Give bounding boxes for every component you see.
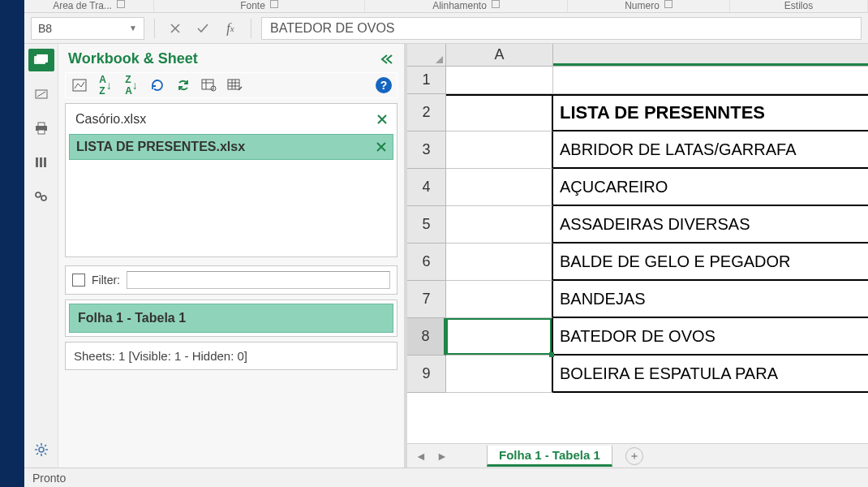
name-box[interactable]: B8 ▼ — [31, 17, 144, 40]
filter-checkbox[interactable] — [72, 274, 85, 287]
settings-gear-icon[interactable] — [28, 438, 54, 461]
workbook-item[interactable]: Casório.xlsx — [69, 107, 393, 131]
svg-rect-6 — [36, 157, 38, 167]
table-edit-icon[interactable] — [226, 76, 244, 94]
sheet-tab-active[interactable]: Folha 1 - Tabela 1 — [487, 446, 612, 467]
row-header[interactable]: 1 — [407, 67, 446, 94]
row-header[interactable]: 9 — [407, 356, 446, 393]
sheet-item-active[interactable]: Folha 1 - Tabela 1 — [69, 304, 393, 333]
column-headers: A — [407, 44, 868, 67]
cell[interactable]: BANDEJAS — [553, 281, 868, 318]
spreadsheet-grid[interactable]: A 12LISTA DE PRESENNTES3ABRIDOR DE LATAS… — [407, 44, 868, 468]
row-header[interactable]: 4 — [407, 169, 446, 206]
tab-nav-next-icon[interactable]: ► — [435, 450, 449, 463]
sort-desc-icon[interactable]: ZA↓ — [122, 76, 140, 94]
svg-rect-8 — [44, 157, 46, 167]
sheet-tab-bar: ◄ ► Folha 1 - Tabela 1 ＋ — [407, 443, 868, 468]
row-header[interactable]: 2 — [407, 94, 446, 131]
cell[interactable]: BOLEIRA E ESPATULA PARA — [553, 356, 868, 393]
chevron-down-icon[interactable]: ▼ — [129, 24, 137, 32]
svg-rect-13 — [202, 80, 213, 89]
formula-bar: B8 ▼ fx BATEDOR DE OVOS — [24, 13, 868, 44]
cell[interactable]: AÇUCAREIRO — [553, 169, 868, 206]
name-box-value: B8 — [38, 22, 52, 35]
panel-title: Workbook & Sheet — [68, 50, 198, 67]
row-header[interactable]: 5 — [407, 206, 446, 244]
cell[interactable] — [446, 67, 553, 94]
sheet-list: Folha 1 - Tabela 1 — [65, 300, 397, 337]
cell[interactable]: LISTA DE PRESENNTES — [553, 94, 868, 131]
formula-input[interactable]: BATEDOR DE OVOS — [261, 17, 862, 40]
cell[interactable]: ASSADEIRAS DIVERSAS — [553, 206, 868, 244]
dialog-launcher-icon[interactable] — [270, 0, 278, 8]
new-sheet-icon[interactable]: ＋ — [625, 447, 643, 465]
tab-print-icon[interactable] — [28, 117, 54, 140]
row-header[interactable]: 3 — [407, 131, 446, 169]
status-bar: Pronto — [24, 468, 868, 487]
column-header-A[interactable]: A — [446, 44, 553, 66]
cell[interactable] — [446, 244, 553, 281]
panel-side-tabs — [24, 44, 58, 468]
cell[interactable] — [446, 318, 553, 356]
row-header[interactable]: 6 — [407, 244, 446, 281]
cell[interactable] — [446, 94, 553, 131]
cell[interactable] — [446, 169, 553, 206]
sheet-stats: Sheets: 1 [Visible: 1 - Hidden: 0] — [65, 342, 397, 370]
dialog-launcher-icon[interactable] — [664, 0, 672, 8]
separator — [154, 19, 155, 38]
tab-columns-icon[interactable] — [28, 151, 54, 174]
svg-point-10 — [41, 196, 46, 200]
svg-rect-15 — [228, 80, 239, 89]
workbook-item-active[interactable]: LISTA DE PRESENTES.xlsx — [69, 134, 393, 160]
help-icon[interactable]: ? — [376, 77, 392, 93]
workbook-list: Casório.xlsx LISTA DE PRESENTES.xlsx — [65, 103, 397, 257]
svg-rect-5 — [38, 130, 45, 134]
filter-label: Filter: — [92, 274, 120, 287]
svg-rect-1 — [37, 54, 48, 62]
panel-toolbar: AZ↓ ZA↓ — [65, 72, 397, 98]
workbook-name: LISTA DE PRESENTES.xlsx — [76, 140, 245, 154]
close-icon[interactable] — [377, 114, 387, 124]
cancel-edit-icon[interactable] — [165, 18, 186, 39]
ribbon-group-labels: Area de Tra... Fonte Alinhamento Numero … — [24, 0, 868, 13]
tab-nav-prev-icon[interactable]: ◄ — [414, 450, 428, 463]
row-header[interactable]: 8 — [407, 318, 446, 356]
column-header-rest[interactable] — [553, 44, 868, 66]
filter-row: Filter: — [65, 265, 397, 295]
sort-asc-icon[interactable]: AZ↓ — [97, 76, 114, 94]
select-all-corner[interactable] — [407, 44, 446, 66]
dialog-launcher-icon[interactable] — [492, 0, 500, 8]
cell[interactable]: BATEDOR DE OVOS — [553, 318, 868, 356]
cell[interactable]: BALDE DE GELO E PEGADOR — [553, 244, 868, 281]
row-header[interactable]: 7 — [407, 281, 446, 318]
insert-function-icon[interactable]: fx — [220, 18, 241, 39]
separator — [251, 19, 251, 38]
collapse-panel-icon[interactable] — [380, 54, 394, 65]
svg-point-9 — [36, 192, 41, 197]
cell[interactable] — [553, 67, 868, 94]
sync-icon[interactable] — [174, 76, 192, 94]
close-icon[interactable] — [376, 142, 386, 152]
cell[interactable] — [446, 131, 553, 169]
svg-point-11 — [39, 447, 44, 452]
tab-find-icon[interactable] — [28, 185, 54, 208]
formula-text: BATEDOR DE OVOS — [270, 21, 395, 36]
line-chart-icon[interactable] — [71, 76, 88, 94]
dialog-launcher-icon[interactable] — [117, 0, 125, 8]
tab-workbook-icon[interactable] — [28, 49, 54, 71]
confirm-edit-icon[interactable] — [192, 18, 213, 39]
tab-charts-icon[interactable] — [28, 83, 54, 106]
svg-rect-7 — [40, 157, 42, 167]
cell[interactable] — [446, 281, 553, 318]
status-text: Pronto — [32, 472, 66, 485]
cell[interactable] — [446, 206, 553, 244]
table-settings-icon[interactable] — [200, 76, 218, 94]
filter-input[interactable] — [127, 271, 390, 289]
cell[interactable]: ABRIDOR DE LATAS/GARRAFA — [553, 131, 868, 169]
workbook-name: Casório.xlsx — [75, 112, 146, 127]
cell[interactable] — [446, 356, 553, 393]
refresh-icon[interactable] — [148, 76, 166, 94]
